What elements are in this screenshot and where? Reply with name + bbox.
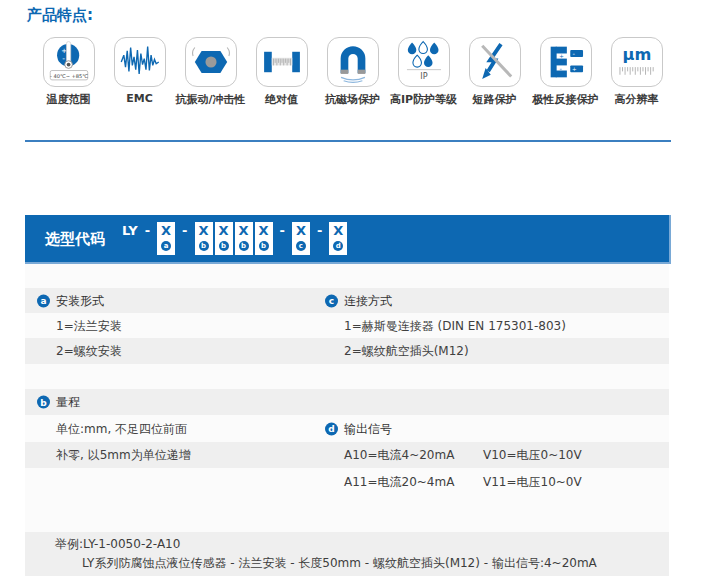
section-c-title: 连接方式 <box>344 292 392 309</box>
magnet-icon <box>327 37 379 87</box>
selection-code-title: 选型代码 <box>45 230 105 249</box>
code-box-b: Xb <box>235 222 253 255</box>
feature-reverse-polarity-protection: + - - + 极性反接保护 <box>530 37 601 107</box>
feature-emc: EMC <box>104 37 175 107</box>
range-note-line1: 单位:mm, 不足四位前面 <box>56 420 187 437</box>
connection-option-1: 1=赫斯曼连接器 (DIN EN 175301-803) <box>344 317 566 334</box>
feature-label: EMC <box>126 92 153 105</box>
feature-vibration-shock: 抗振动/冲击性 <box>175 37 246 107</box>
code-box-a: Xa <box>157 222 175 255</box>
code-dash: - <box>182 222 187 240</box>
output-option-v11: V11=电压10~0V <box>483 473 582 490</box>
feature-label: 抗磁场保护 <box>325 92 380 107</box>
example-block: 举例:LY-1-0050-2-A10 LY系列防腐蚀点液位传感器 - 法兰安装 … <box>25 532 669 576</box>
temperature-range-icon: + - - 40℃~ +85℃ <box>43 37 95 87</box>
feature-icons-row: + - - 40℃~ +85℃ 温度范围 EMC <box>33 37 672 107</box>
output-option-a10: A10=电流4~20mA <box>344 447 454 464</box>
code-box-d: Xd <box>329 222 347 255</box>
feature-label: 绝对值 <box>265 92 298 107</box>
section-d-title: 输出信号 <box>344 420 392 437</box>
emc-waveform-icon <box>114 37 166 87</box>
mounting-option-1: 1=法兰安装 <box>56 317 122 334</box>
svg-text:µm: µm <box>622 45 651 64</box>
svg-text:+: + <box>571 66 576 72</box>
feature-label: 抗振动/冲击性 <box>175 92 245 107</box>
badge-a: a <box>37 294 50 307</box>
feature-high-resolution: µm 高分辨率 <box>601 37 672 107</box>
feature-absolute-value: 绝对值 <box>246 37 317 107</box>
feature-temperature-range: + - - 40℃~ +85℃ 温度范围 <box>33 37 104 107</box>
code-box-b: Xb <box>215 222 233 255</box>
feature-short-circuit-protection: 短路保护 <box>459 37 530 107</box>
code-dash: - <box>145 222 150 240</box>
code-box-b: Xb <box>195 222 213 255</box>
section-a-title: 安装形式 <box>56 292 104 309</box>
absolute-ruler-icon <box>256 37 308 87</box>
hex-nut-vibration-icon <box>185 37 237 87</box>
code-pattern: LY - Xa - Xb Xb Xb Xb - Xc - Xd <box>122 222 347 255</box>
example-description: LY系列防腐蚀点液位传感器 - 法兰安装 - 长度50mm - 螺纹航空插头(M… <box>82 555 597 572</box>
svg-text:IP: IP <box>420 71 427 81</box>
features-title: 产品特点: <box>27 6 93 25</box>
feature-ip-rating: IP 高IP防护等级 <box>388 37 459 107</box>
code-box-b: Xb <box>255 222 273 255</box>
range-note-line2: 补零, 以5mm为单位递增 <box>56 447 191 464</box>
code-dash: - <box>317 222 322 240</box>
code-box-group-b: Xb Xb Xb Xb <box>195 222 273 255</box>
output-option-v10: V10=电压0~10V <box>483 447 582 464</box>
feature-label: 极性反接保护 <box>533 92 599 107</box>
selection-code-bar: 选型代码 LY - Xa - Xb Xb Xb Xb - Xc - Xd <box>25 215 671 264</box>
mounting-option-2: 2=螺纹安装 <box>56 343 122 360</box>
section-b-title: 量程 <box>56 394 80 411</box>
ip-water-drops-icon: IP <box>398 37 450 87</box>
option-row: 2=螺纹安装 2=螺纹航空插头(M12) <box>25 338 669 364</box>
polarity-connector-icon: + - - + <box>540 37 592 87</box>
code-box-c: Xc <box>292 222 310 255</box>
section-header-row-b: b 量程 <box>25 389 669 415</box>
feature-label: 高分辨率 <box>615 92 659 107</box>
no-short-circuit-icon <box>469 37 521 87</box>
feature-label: 温度范围 <box>47 92 91 107</box>
svg-text:-: - <box>62 54 65 63</box>
svg-text:+: + <box>559 53 564 59</box>
connection-option-2: 2=螺纹航空插头(M12) <box>344 343 469 360</box>
option-row: 单位:mm, 不足四位前面 d 输出信号 <box>25 415 669 442</box>
example-code: 举例:LY-1-0050-2-A10 <box>55 536 180 553</box>
micrometer-resolution-icon: µm <box>611 37 663 87</box>
badge-b: b <box>37 396 50 409</box>
feature-label: 高IP防护等级 <box>390 92 457 107</box>
code-dash: - <box>280 222 285 240</box>
badge-c: c <box>325 294 338 307</box>
output-option-a11: A11=电流20~4mA <box>344 473 454 490</box>
feature-magnetic-field-protection: 抗磁场保护 <box>317 37 388 107</box>
option-row: A11=电流20~4mA V11=电压10~0V <box>25 468 669 495</box>
section-header-row-ac: a 安装形式 c 连接方式 <box>25 288 669 313</box>
badge-d: d <box>325 422 338 435</box>
svg-text:- 40℃~ +85℃: - 40℃~ +85℃ <box>49 73 87 79</box>
option-row: 1=法兰安装 1=赫斯曼连接器 (DIN EN 175301-803) <box>25 313 669 338</box>
section-divider <box>25 140 671 142</box>
feature-label: 短路保护 <box>473 92 517 107</box>
code-prefix: LY <box>122 222 138 240</box>
option-row: 补零, 以5mm为单位递增 A10=电流4~20mA V10=电压0~10V <box>25 442 669 468</box>
